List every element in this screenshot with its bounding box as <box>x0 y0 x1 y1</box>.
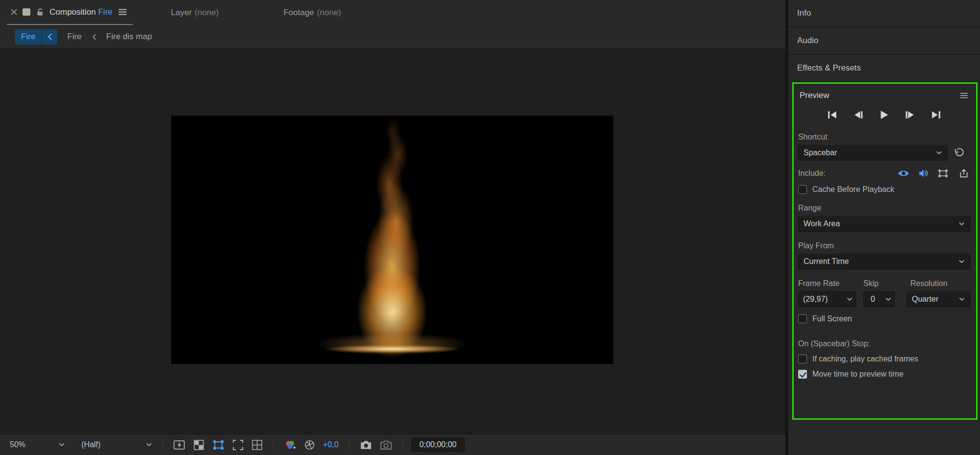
last-frame-button[interactable] <box>930 109 943 120</box>
timecode-display[interactable]: 0;00;00;00 <box>411 437 465 452</box>
take-snapshot-icon[interactable] <box>356 440 376 450</box>
next-frame-button[interactable] <box>904 109 917 120</box>
chevron-down-icon[interactable] <box>882 291 895 307</box>
viewer-tabbar: Composition Fire Layer (none) Footage (n… <box>0 0 785 25</box>
on-spacebar-stop-label: On (Spacebar) Stop: <box>798 339 970 348</box>
shortcut-dropdown[interactable]: Spacebar <box>798 145 948 161</box>
skip-value: 0 <box>863 291 882 307</box>
channels-icon[interactable] <box>280 440 300 450</box>
breadcrumb-active-label: Fire <box>15 32 42 42</box>
separator <box>162 439 163 451</box>
include-video-eye-icon[interactable] <box>898 169 909 177</box>
panel-tab-effects-presets[interactable]: Effects & Presets <box>788 55 980 82</box>
preview-resolution-dropdown[interactable]: Quarter <box>906 291 970 307</box>
panel-tab-audio[interactable]: Audio <box>788 27 980 55</box>
right-panel-stack: Info Audio Effects & Presets Preview <box>785 0 980 455</box>
cache-before-playback-label: Cache Before Playback <box>812 185 894 194</box>
skip-label: Skip <box>863 279 910 288</box>
range-label: Range <box>798 204 970 213</box>
panel-tab-info[interactable]: Info <box>788 0 980 27</box>
exposure-icon[interactable] <box>300 440 319 450</box>
composition-canvas[interactable] <box>171 116 613 364</box>
tab-composition-name: Fire <box>98 7 112 17</box>
include-row: Include: <box>798 169 970 178</box>
tab-composition[interactable]: Composition Fire <box>7 0 133 25</box>
close-tab-icon[interactable] <box>11 9 17 15</box>
preview-header[interactable]: Preview <box>798 91 970 100</box>
preview-menu-icon[interactable] <box>960 93 968 98</box>
move-time-label: Move time to preview time <box>812 370 904 379</box>
frame-rate-dropdown[interactable]: (29,97) <box>798 291 856 307</box>
breadcrumb-grandparent-comp[interactable]: Fire dis map <box>106 32 152 42</box>
cache-before-playback-row[interactable]: Cache Before Playback <box>798 185 970 194</box>
include-audio-speaker-icon[interactable] <box>919 169 929 178</box>
transport-controls <box>798 109 970 120</box>
if-caching-checkbox[interactable] <box>798 355 807 363</box>
panel-effects-presets-label: Effects & Presets <box>797 63 861 73</box>
exposure-value[interactable]: +0,0 <box>323 440 339 449</box>
export-frame-icon[interactable] <box>959 169 969 178</box>
fast-previews-icon[interactable] <box>169 440 189 450</box>
preview-title: Preview <box>800 91 829 100</box>
include-label: Include: <box>798 169 826 178</box>
chevron-down-icon[interactable] <box>843 291 856 307</box>
include-toggles <box>898 169 948 178</box>
skip-dropdown[interactable]: 0 <box>863 291 895 307</box>
mask-visibility-icon[interactable] <box>208 440 228 450</box>
region-of-interest-icon[interactable] <box>228 440 248 450</box>
separator <box>349 439 350 451</box>
tab-footage-value: (none) <box>317 8 341 18</box>
shortcut-label: Shortcut <box>798 133 970 142</box>
shortcut-value: Spacebar <box>804 148 837 157</box>
first-frame-button[interactable] <box>826 109 839 120</box>
after-effects-window: Composition Fire Layer (none) Footage (n… <box>0 0 980 455</box>
transparency-grid-icon[interactable] <box>189 440 208 450</box>
range-value: Work Area <box>804 219 840 228</box>
chevron-left-icon[interactable] <box>42 33 57 41</box>
frame-rate-skip-resolution-row: (29,97) 0 Quarter <box>798 291 970 307</box>
tab-composition-title: Composition Fire <box>50 7 113 17</box>
composition-viewer: Composition Fire Layer (none) Footage (n… <box>0 0 785 455</box>
frame-rate-label: Frame Rate <box>798 279 863 288</box>
move-time-checkbox[interactable] <box>798 370 807 379</box>
separator <box>402 439 403 451</box>
fire-render <box>171 116 613 364</box>
move-time-row[interactable]: Move time to preview time <box>798 370 970 379</box>
breadcrumb-parent-comp[interactable]: Fire <box>67 32 81 42</box>
include-overlays-icon[interactable] <box>938 169 948 178</box>
tab-footage-label: Footage <box>283 8 314 18</box>
if-caching-label: If caching, play cached frames <box>812 355 918 363</box>
panel-menu-icon[interactable] <box>118 9 127 15</box>
preview-resolution-label: Resolution <box>910 279 948 288</box>
play-button[interactable] <box>878 109 891 120</box>
if-caching-row[interactable]: If caching, play cached frames <box>798 355 970 363</box>
viewer-statusbar: 50% (Half) <box>0 434 785 455</box>
preview-resolution-value: Quarter <box>912 295 938 304</box>
range-dropdown[interactable]: Work Area <box>798 216 970 232</box>
panel-audio-label: Audio <box>797 36 818 46</box>
full-screen-checkbox[interactable] <box>798 314 807 323</box>
breadcrumb-active-comp[interactable]: Fire <box>15 29 57 45</box>
play-from-dropdown[interactable]: Current Time <box>798 254 970 269</box>
unlock-icon[interactable] <box>36 8 44 16</box>
reset-shortcut-icon[interactable] <box>948 148 970 158</box>
tab-layer-value: (none) <box>195 8 219 18</box>
full-screen-label: Full Screen <box>812 314 852 323</box>
grid-and-guides-icon[interactable] <box>248 440 267 450</box>
play-from-value: Current Time <box>804 257 849 266</box>
resolution-value: (Half) <box>81 440 101 449</box>
tab-footage[interactable]: Footage (none) <box>283 0 341 25</box>
composition-viewport[interactable] <box>0 48 785 434</box>
show-snapshot-icon[interactable] <box>376 440 396 450</box>
section-divider <box>798 333 970 333</box>
tab-layer[interactable]: Layer (none) <box>171 0 219 25</box>
resolution-dropdown[interactable]: (Half) <box>77 437 156 452</box>
tab-layer-label: Layer <box>171 8 192 18</box>
cache-before-playback-checkbox[interactable] <box>798 185 807 194</box>
panel-info-label: Info <box>797 8 811 18</box>
full-screen-row[interactable]: Full Screen <box>798 314 970 323</box>
preview-panel: Preview <box>792 82 978 420</box>
magnification-dropdown[interactable]: 50% <box>6 437 69 452</box>
previous-frame-button[interactable] <box>852 109 865 120</box>
tab-composition-label: Composition <box>50 7 96 17</box>
